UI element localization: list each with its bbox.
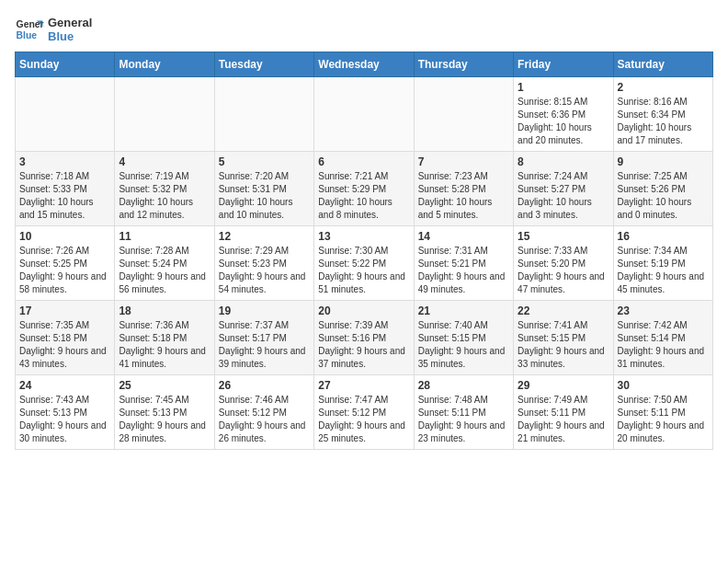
calendar-cell: 30Sunrise: 7:50 AM Sunset: 5:11 PM Dayli… (613, 375, 712, 450)
calendar-cell: 7Sunrise: 7:23 AM Sunset: 5:28 PM Daylig… (414, 152, 513, 226)
day-info: Sunrise: 7:31 AM Sunset: 5:21 PM Dayligh… (418, 245, 509, 296)
day-number: 26 (219, 379, 310, 392)
day-info: Sunrise: 7:29 AM Sunset: 5:23 PM Dayligh… (219, 245, 310, 296)
day-info: Sunrise: 7:46 AM Sunset: 5:12 PM Dayligh… (219, 394, 310, 445)
logo-blue: Blue (48, 29, 92, 43)
day-number: 20 (318, 304, 409, 317)
calendar-cell: 11Sunrise: 7:28 AM Sunset: 5:24 PM Dayli… (115, 226, 214, 301)
day-info: Sunrise: 7:48 AM Sunset: 5:11 PM Dayligh… (418, 394, 509, 445)
logo-general: General (48, 16, 92, 29)
day-info: Sunrise: 7:41 AM Sunset: 5:15 PM Dayligh… (518, 319, 609, 371)
day-info: Sunrise: 7:20 AM Sunset: 5:31 PM Dayligh… (219, 170, 310, 222)
day-info: Sunrise: 7:47 AM Sunset: 5:12 PM Dayligh… (318, 394, 409, 445)
calendar-cell: 24Sunrise: 7:43 AM Sunset: 5:13 PM Dayli… (16, 375, 115, 450)
logo: General Blue General Blue (15, 15, 92, 44)
day-info: Sunrise: 7:45 AM Sunset: 5:13 PM Dayligh… (119, 394, 210, 445)
calendar-cell: 23Sunrise: 7:42 AM Sunset: 5:14 PM Dayli… (613, 301, 712, 375)
calendar-week-3: 10Sunrise: 7:26 AM Sunset: 5:25 PM Dayli… (16, 226, 713, 301)
calendar-cell: 21Sunrise: 7:40 AM Sunset: 5:15 PM Dayli… (414, 301, 513, 375)
day-number: 1 (518, 81, 609, 94)
day-info: Sunrise: 7:39 AM Sunset: 5:16 PM Dayligh… (318, 319, 409, 371)
day-number: 12 (219, 230, 310, 243)
day-number: 16 (618, 230, 709, 243)
day-info: Sunrise: 7:26 AM Sunset: 5:25 PM Dayligh… (19, 245, 110, 296)
calendar-cell: 8Sunrise: 7:24 AM Sunset: 5:27 PM Daylig… (514, 152, 613, 226)
calendar-cell: 27Sunrise: 7:47 AM Sunset: 5:12 PM Dayli… (314, 375, 414, 450)
calendar-cell: 6Sunrise: 7:21 AM Sunset: 5:29 PM Daylig… (314, 152, 414, 226)
calendar-cell: 19Sunrise: 7:37 AM Sunset: 5:17 PM Dayli… (214, 301, 313, 375)
weekday-header-saturday: Saturday (613, 52, 712, 77)
day-number: 29 (518, 379, 609, 392)
calendar-cell: 1Sunrise: 8:15 AM Sunset: 6:36 PM Daylig… (514, 77, 613, 152)
logo-icon: General Blue (15, 15, 44, 44)
day-info: Sunrise: 7:35 AM Sunset: 5:18 PM Dayligh… (19, 319, 110, 371)
calendar-cell: 26Sunrise: 7:46 AM Sunset: 5:12 PM Dayli… (214, 375, 313, 450)
calendar-cell: 9Sunrise: 7:25 AM Sunset: 5:26 PM Daylig… (613, 152, 712, 226)
day-info: Sunrise: 7:34 AM Sunset: 5:19 PM Dayligh… (618, 245, 709, 296)
weekday-header-tuesday: Tuesday (214, 52, 313, 77)
calendar-table: SundayMondayTuesdayWednesdayThursdayFrid… (15, 52, 713, 450)
day-number: 21 (418, 304, 509, 317)
day-info: Sunrise: 7:21 AM Sunset: 5:29 PM Dayligh… (318, 170, 409, 222)
weekday-header-monday: Monday (115, 52, 214, 77)
day-info: Sunrise: 7:19 AM Sunset: 5:32 PM Dayligh… (119, 170, 210, 222)
calendar-cell: 4Sunrise: 7:19 AM Sunset: 5:32 PM Daylig… (115, 152, 214, 226)
day-number: 27 (318, 379, 409, 392)
calendar-cell: 18Sunrise: 7:36 AM Sunset: 5:18 PM Dayli… (115, 301, 214, 375)
day-info: Sunrise: 7:40 AM Sunset: 5:15 PM Dayligh… (418, 319, 509, 371)
day-number: 10 (19, 230, 110, 243)
day-info: Sunrise: 7:36 AM Sunset: 5:18 PM Dayligh… (119, 319, 210, 371)
day-info: Sunrise: 7:50 AM Sunset: 5:11 PM Dayligh… (618, 394, 709, 445)
day-number: 24 (19, 379, 110, 392)
calendar-cell (16, 77, 115, 152)
calendar-week-2: 3Sunrise: 7:18 AM Sunset: 5:33 PM Daylig… (16, 152, 713, 226)
day-info: Sunrise: 7:18 AM Sunset: 5:33 PM Dayligh… (19, 170, 110, 222)
day-info: Sunrise: 7:49 AM Sunset: 5:11 PM Dayligh… (518, 394, 609, 445)
calendar-cell: 29Sunrise: 7:49 AM Sunset: 5:11 PM Dayli… (514, 375, 613, 450)
calendar-cell: 28Sunrise: 7:48 AM Sunset: 5:11 PM Dayli… (414, 375, 513, 450)
weekday-header-friday: Friday (514, 52, 613, 77)
day-info: Sunrise: 7:37 AM Sunset: 5:17 PM Dayligh… (219, 319, 310, 371)
weekday-header-thursday: Thursday (414, 52, 513, 77)
day-number: 3 (19, 155, 110, 168)
day-number: 6 (318, 155, 409, 168)
day-info: Sunrise: 7:24 AM Sunset: 5:27 PM Dayligh… (518, 170, 609, 222)
day-info: Sunrise: 7:33 AM Sunset: 5:20 PM Dayligh… (518, 245, 609, 296)
calendar-cell: 20Sunrise: 7:39 AM Sunset: 5:16 PM Dayli… (314, 301, 414, 375)
day-number: 2 (618, 81, 709, 94)
day-number: 14 (418, 230, 509, 243)
calendar-cell: 16Sunrise: 7:34 AM Sunset: 5:19 PM Dayli… (613, 226, 712, 301)
day-number: 7 (418, 155, 509, 168)
page-header: General Blue General Blue (15, 15, 713, 44)
calendar-cell (414, 77, 513, 152)
weekday-header-sunday: Sunday (16, 52, 115, 77)
svg-text:Blue: Blue (17, 30, 38, 40)
day-number: 9 (618, 155, 709, 168)
calendar-cell: 12Sunrise: 7:29 AM Sunset: 5:23 PM Dayli… (214, 226, 313, 301)
day-info: Sunrise: 7:43 AM Sunset: 5:13 PM Dayligh… (19, 394, 110, 445)
day-info: Sunrise: 7:42 AM Sunset: 5:14 PM Dayligh… (618, 319, 709, 371)
day-number: 13 (318, 230, 409, 243)
calendar-week-4: 17Sunrise: 7:35 AM Sunset: 5:18 PM Dayli… (16, 301, 713, 375)
weekday-header-wednesday: Wednesday (314, 52, 414, 77)
day-info: Sunrise: 7:28 AM Sunset: 5:24 PM Dayligh… (119, 245, 210, 296)
calendar-cell (214, 77, 313, 152)
calendar-cell: 25Sunrise: 7:45 AM Sunset: 5:13 PM Dayli… (115, 375, 214, 450)
calendar-cell: 22Sunrise: 7:41 AM Sunset: 5:15 PM Dayli… (514, 301, 613, 375)
day-number: 28 (418, 379, 509, 392)
day-number: 19 (219, 304, 310, 317)
day-number: 15 (518, 230, 609, 243)
day-number: 30 (618, 379, 709, 392)
calendar-cell: 10Sunrise: 7:26 AM Sunset: 5:25 PM Dayli… (16, 226, 115, 301)
calendar-cell: 17Sunrise: 7:35 AM Sunset: 5:18 PM Dayli… (16, 301, 115, 375)
calendar-cell: 3Sunrise: 7:18 AM Sunset: 5:33 PM Daylig… (16, 152, 115, 226)
calendar-cell: 13Sunrise: 7:30 AM Sunset: 5:22 PM Dayli… (314, 226, 414, 301)
day-info: Sunrise: 7:23 AM Sunset: 5:28 PM Dayligh… (418, 170, 509, 222)
weekday-header-row: SundayMondayTuesdayWednesdayThursdayFrid… (16, 52, 713, 77)
day-number: 11 (119, 230, 210, 243)
calendar-cell (314, 77, 414, 152)
calendar-cell: 2Sunrise: 8:16 AM Sunset: 6:34 PM Daylig… (613, 77, 712, 152)
day-number: 22 (518, 304, 609, 317)
day-number: 25 (119, 379, 210, 392)
day-info: Sunrise: 8:16 AM Sunset: 6:34 PM Dayligh… (618, 96, 709, 147)
